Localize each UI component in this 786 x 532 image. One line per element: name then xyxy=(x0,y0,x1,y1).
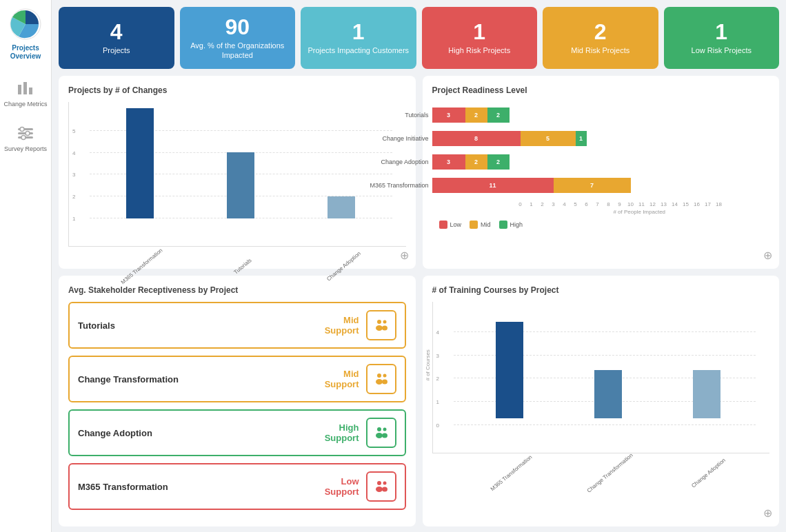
chart4-zoom-icon[interactable]: ⊕ xyxy=(763,507,772,520)
people-icon-2 xyxy=(374,371,389,387)
sidebar-logo-label[interactable]: Projects Overview xyxy=(0,44,51,61)
svg-point-22 xyxy=(377,481,381,485)
stakeholder-m365-name: M365 Transformation xyxy=(78,482,311,492)
seg-adoption-red: 3 xyxy=(432,154,465,170)
training-bar-change-adoption-value: 2 xyxy=(705,359,709,367)
readiness-change-initiative-label: Change Initiative xyxy=(353,135,429,142)
training-y-label: # of Courses xyxy=(425,349,431,380)
seg-initiative-green: 1 xyxy=(576,131,587,146)
stakeholder-m365-icon-box xyxy=(366,471,396,502)
training-bar-area: # of Courses 4 3 2 1 0 4 M365 Tra xyxy=(432,302,770,453)
main-content: 4 Projects 90 Avg. % of the Organization… xyxy=(52,0,786,532)
seg-m365-orange: 7 xyxy=(554,178,631,193)
svg-point-25 xyxy=(382,487,387,492)
svg-rect-3 xyxy=(29,88,32,94)
stakeholder-change-transformation-support: MidSupport xyxy=(318,369,359,389)
bar-chart-icon xyxy=(14,77,37,99)
chart-stakeholder: Avg. Stakeholder Receptiveness by Projec… xyxy=(59,276,416,526)
stakeholder-change-transformation-name: Change Transformation xyxy=(78,374,311,385)
training-bar-m365-value: 4 xyxy=(507,311,512,318)
stakeholder-change-adoption-support: HighSupport xyxy=(318,422,359,443)
stakeholder-m365-support: LowSupport xyxy=(318,476,359,497)
svg-point-13 xyxy=(382,326,387,331)
projects-overview-logo[interactable] xyxy=(8,7,43,41)
legend-high: High xyxy=(499,221,523,229)
seg-m365-red: 11 xyxy=(432,178,554,193)
readiness-row-change-adoption: Change Adoption 3 2 2 xyxy=(432,154,765,170)
svg-point-21 xyxy=(382,433,387,438)
stat-high-risk[interactable]: 1 High Risk Projects xyxy=(422,7,538,69)
svg-point-10 xyxy=(377,320,381,324)
people-icon-3 xyxy=(374,425,389,440)
bar-change-adoption-value: 1 xyxy=(340,185,344,193)
chart1-zoom-icon[interactable]: ⊕ xyxy=(400,249,409,262)
chart2-title: Project Readiness Level xyxy=(432,85,770,95)
svg-point-9 xyxy=(21,135,26,139)
chart2-zoom-icon[interactable]: ⊕ xyxy=(763,249,772,262)
stakeholder-row-m365: M365 Transformation LowSupport xyxy=(68,463,406,510)
svg-point-17 xyxy=(382,380,387,385)
stat-high-risk-number: 1 xyxy=(473,21,485,43)
legend-low: Low xyxy=(439,221,462,229)
people-icon-4 xyxy=(374,479,389,494)
stakeholder-tutorials-icon-box xyxy=(366,310,396,340)
stat-customers-number: 1 xyxy=(352,21,365,43)
stat-avg-org-label: Avg. % of the Organizations Impacted xyxy=(180,41,296,61)
chart-projects-by-changes: Projects by # of Changes 5 4 3 2 1 5 xyxy=(59,76,416,269)
readiness-m365-label: M365 Transformation xyxy=(353,182,429,189)
sidebar-survey-reports-label: Survey Reports xyxy=(4,145,47,153)
stat-high-risk-label: High Risk Projects xyxy=(448,45,510,55)
legend-low-dot xyxy=(439,221,447,229)
stakeholder-change-adoption-icon-box xyxy=(366,418,396,448)
stakeholder-tutorials-support: MidSupport xyxy=(318,315,359,336)
readiness-change-adoption-label: Change Adoption xyxy=(353,158,429,165)
training-bar-change-adoption: 2 Change Adoption xyxy=(693,370,720,418)
sliders-icon xyxy=(14,122,37,144)
stats-row: 4 Projects 90 Avg. % of the Organization… xyxy=(59,7,779,69)
chart-training: # of Training Courses by Project # of Co… xyxy=(423,276,780,526)
bar-tutorials: 3 Tutorials xyxy=(227,152,254,218)
svg-rect-2 xyxy=(23,82,27,94)
bar-m365: 5 M365 Transformation xyxy=(126,108,154,218)
stat-avg-org-number: 90 xyxy=(225,16,250,38)
stakeholder-tutorials-name: Tutorials xyxy=(78,320,311,331)
sidebar-item-change-metrics[interactable]: Change Metrics xyxy=(3,77,47,108)
svg-point-24 xyxy=(383,482,386,485)
stat-mid-risk-number: 2 xyxy=(594,21,607,43)
seg-adoption-green: 2 xyxy=(487,154,510,170)
readiness-row-tutorials: Tutorials 3 2 2 xyxy=(432,108,765,123)
sidebar: Projects Overview Change Metrics Survey … xyxy=(0,0,52,532)
legend-mid-label: Mid xyxy=(481,221,491,228)
stat-mid-risk[interactable]: 2 Mid Risk Projects xyxy=(543,7,658,69)
legend-mid-dot xyxy=(470,221,478,229)
svg-point-11 xyxy=(376,325,383,331)
charts-row-1: Projects by # of Changes 5 4 3 2 1 5 xyxy=(59,76,779,269)
svg-point-19 xyxy=(376,433,383,438)
chart-readiness: Project Readiness Level Tutorials 3 2 2 … xyxy=(423,76,780,269)
readiness-tutorials-label: Tutorials xyxy=(353,112,429,119)
stat-low-risk[interactable]: 1 Low Risk Projects xyxy=(664,7,780,69)
stakeholder-row-change-adoption: Change Adoption HighSupport xyxy=(68,409,406,456)
stat-avg-org[interactable]: 90 Avg. % of the Organizations Impacted xyxy=(180,7,296,69)
training-bar-change-transformation: 2 Change Transformation xyxy=(594,370,622,418)
training-bar-m365-label: M365 Transformation xyxy=(490,454,534,492)
stakeholder-change-transformation-icon-box xyxy=(366,364,396,394)
chart2-legend: Low Mid High xyxy=(432,221,765,229)
people-icon xyxy=(374,318,389,333)
svg-point-23 xyxy=(376,487,383,492)
svg-point-12 xyxy=(383,320,386,324)
stat-projects-customers[interactable]: 1 Projects Impacting Customers xyxy=(301,7,416,69)
legend-high-label: High xyxy=(510,221,523,228)
bar-m365-value: 5 xyxy=(138,97,142,105)
readiness-row-m365: M365 Transformation 11 7 xyxy=(432,178,765,193)
seg-initiative-orange: 5 xyxy=(521,131,576,146)
bar-change-adoption: 1 Change Adoption xyxy=(328,196,355,218)
svg-point-14 xyxy=(377,374,381,378)
stat-mid-risk-label: Mid Risk Projects xyxy=(571,45,629,55)
sidebar-item-survey-reports[interactable]: Survey Reports xyxy=(4,122,47,153)
training-bar-change-transformation-value: 2 xyxy=(606,359,610,367)
chart1-title: Projects by # of Changes xyxy=(68,85,406,95)
stat-projects[interactable]: 4 Projects xyxy=(59,7,174,69)
stat-low-risk-number: 1 xyxy=(715,21,727,43)
charts-row-2: Avg. Stakeholder Receptiveness by Projec… xyxy=(59,276,779,526)
